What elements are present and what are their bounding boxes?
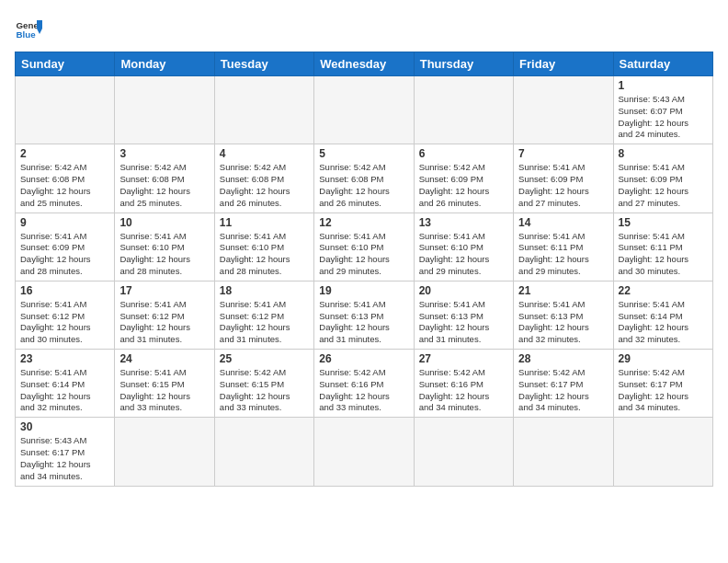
week-row-1: 1Sunrise: 5:43 AM Sunset: 6:07 PM Daylig… [16, 76, 713, 144]
svg-marker-3 [37, 29, 42, 34]
day-number: 30 [20, 420, 109, 433]
weekday-sunday: Sunday [16, 52, 115, 76]
day-info: Sunrise: 5:41 AM Sunset: 6:14 PM Dayligh… [20, 367, 109, 414]
day-number: 2 [20, 147, 109, 160]
day-info: Sunrise: 5:41 AM Sunset: 6:09 PM Dayligh… [518, 162, 608, 209]
day-info: Sunrise: 5:42 AM Sunset: 6:08 PM Dayligh… [319, 162, 408, 209]
day-info: Sunrise: 5:41 AM Sunset: 6:13 PM Dayligh… [419, 299, 508, 346]
calendar-cell: 24Sunrise: 5:41 AM Sunset: 6:15 PM Dayli… [115, 350, 214, 418]
logo-icon: General Blue [15, 15, 42, 42]
calendar-cell [514, 76, 613, 144]
day-number: 8 [619, 147, 708, 160]
calendar-cell: 17Sunrise: 5:41 AM Sunset: 6:12 PM Dayli… [115, 281, 214, 349]
calendar-cell [514, 418, 613, 486]
calendar-cell [214, 418, 313, 486]
day-number: 26 [319, 352, 408, 365]
day-info: Sunrise: 5:42 AM Sunset: 6:17 PM Dayligh… [619, 367, 708, 414]
calendar-cell: 7Sunrise: 5:41 AM Sunset: 6:09 PM Daylig… [514, 144, 613, 213]
day-info: Sunrise: 5:41 AM Sunset: 6:10 PM Dayligh… [220, 231, 309, 278]
day-info: Sunrise: 5:42 AM Sunset: 6:16 PM Dayligh… [419, 367, 508, 414]
day-info: Sunrise: 5:42 AM Sunset: 6:17 PM Dayligh… [518, 367, 608, 414]
calendar-cell: 21Sunrise: 5:41 AM Sunset: 6:13 PM Dayli… [514, 281, 613, 349]
day-number: 27 [419, 352, 508, 365]
day-info: Sunrise: 5:43 AM Sunset: 6:07 PM Dayligh… [619, 94, 708, 141]
calendar-cell: 15Sunrise: 5:41 AM Sunset: 6:11 PM Dayli… [613, 213, 712, 281]
day-info: Sunrise: 5:41 AM Sunset: 6:13 PM Dayligh… [319, 299, 408, 346]
day-number: 25 [220, 352, 309, 365]
weekday-friday: Friday [514, 52, 613, 76]
calendar-cell: 9Sunrise: 5:41 AM Sunset: 6:09 PM Daylig… [16, 213, 115, 281]
calendar-cell: 5Sunrise: 5:42 AM Sunset: 6:08 PM Daylig… [314, 144, 414, 213]
day-number: 19 [319, 284, 408, 297]
day-info: Sunrise: 5:41 AM Sunset: 6:10 PM Dayligh… [119, 231, 209, 278]
week-row-2: 2Sunrise: 5:42 AM Sunset: 6:08 PM Daylig… [16, 144, 713, 213]
calendar-table: SundayMondayTuesdayWednesdayThursdayFrid… [15, 52, 713, 487]
calendar-cell [314, 76, 414, 144]
calendar-cell: 11Sunrise: 5:41 AM Sunset: 6:10 PM Dayli… [214, 213, 313, 281]
day-info: Sunrise: 5:42 AM Sunset: 6:16 PM Dayligh… [319, 367, 408, 414]
day-info: Sunrise: 5:42 AM Sunset: 6:15 PM Dayligh… [220, 367, 309, 414]
svg-marker-2 [37, 20, 42, 29]
day-number: 16 [20, 284, 109, 297]
calendar-cell: 14Sunrise: 5:41 AM Sunset: 6:11 PM Dayli… [514, 213, 613, 281]
calendar-cell: 23Sunrise: 5:41 AM Sunset: 6:14 PM Dayli… [16, 350, 115, 418]
day-info: Sunrise: 5:41 AM Sunset: 6:12 PM Dayligh… [220, 299, 309, 346]
weekday-header-row: SundayMondayTuesdayWednesdayThursdayFrid… [16, 52, 713, 76]
calendar-cell [414, 418, 513, 486]
day-info: Sunrise: 5:41 AM Sunset: 6:09 PM Dayligh… [20, 231, 109, 278]
calendar-cell: 19Sunrise: 5:41 AM Sunset: 6:13 PM Dayli… [314, 281, 414, 349]
calendar-cell: 29Sunrise: 5:42 AM Sunset: 6:17 PM Dayli… [613, 350, 712, 418]
calendar-cell: 13Sunrise: 5:41 AM Sunset: 6:10 PM Dayli… [414, 213, 513, 281]
weekday-tuesday: Tuesday [214, 52, 313, 76]
calendar-cell [314, 418, 414, 486]
day-info: Sunrise: 5:41 AM Sunset: 6:10 PM Dayligh… [319, 231, 408, 278]
day-number: 9 [20, 216, 109, 229]
day-number: 12 [319, 216, 408, 229]
day-number: 13 [419, 216, 508, 229]
day-number: 17 [119, 284, 209, 297]
calendar-cell [115, 76, 214, 144]
day-number: 22 [619, 284, 708, 297]
calendar-cell: 1Sunrise: 5:43 AM Sunset: 6:07 PM Daylig… [613, 76, 712, 144]
week-row-6: 30Sunrise: 5:43 AM Sunset: 6:17 PM Dayli… [16, 418, 713, 486]
day-info: Sunrise: 5:41 AM Sunset: 6:15 PM Dayligh… [119, 367, 209, 414]
day-number: 3 [119, 147, 209, 160]
page: General Blue SundayMondayTuesdayWednesda… [0, 0, 728, 563]
calendar-cell: 26Sunrise: 5:42 AM Sunset: 6:16 PM Dayli… [314, 350, 414, 418]
weekday-wednesday: Wednesday [314, 52, 414, 76]
day-info: Sunrise: 5:42 AM Sunset: 6:09 PM Dayligh… [419, 162, 508, 209]
calendar-cell: 18Sunrise: 5:41 AM Sunset: 6:12 PM Dayli… [214, 281, 313, 349]
calendar-cell: 27Sunrise: 5:42 AM Sunset: 6:16 PM Dayli… [414, 350, 513, 418]
calendar-cell: 3Sunrise: 5:42 AM Sunset: 6:08 PM Daylig… [115, 144, 214, 213]
day-info: Sunrise: 5:42 AM Sunset: 6:08 PM Dayligh… [20, 162, 109, 209]
day-number: 24 [119, 352, 209, 365]
day-number: 18 [220, 284, 309, 297]
calendar-cell: 16Sunrise: 5:41 AM Sunset: 6:12 PM Dayli… [16, 281, 115, 349]
day-info: Sunrise: 5:41 AM Sunset: 6:12 PM Dayligh… [119, 299, 209, 346]
day-info: Sunrise: 5:42 AM Sunset: 6:08 PM Dayligh… [119, 162, 209, 209]
weekday-monday: Monday [115, 52, 214, 76]
calendar-cell: 8Sunrise: 5:41 AM Sunset: 6:09 PM Daylig… [613, 144, 712, 213]
day-info: Sunrise: 5:41 AM Sunset: 6:11 PM Dayligh… [619, 231, 708, 278]
week-row-4: 16Sunrise: 5:41 AM Sunset: 6:12 PM Dayli… [16, 281, 713, 349]
day-number: 4 [220, 147, 309, 160]
day-number: 15 [619, 216, 708, 229]
calendar-cell: 25Sunrise: 5:42 AM Sunset: 6:15 PM Dayli… [214, 350, 313, 418]
calendar-cell [214, 76, 313, 144]
calendar-cell [115, 418, 214, 486]
day-info: Sunrise: 5:41 AM Sunset: 6:12 PM Dayligh… [20, 299, 109, 346]
day-info: Sunrise: 5:41 AM Sunset: 6:13 PM Dayligh… [518, 299, 608, 346]
day-number: 1 [619, 79, 708, 92]
calendar-cell: 6Sunrise: 5:42 AM Sunset: 6:09 PM Daylig… [414, 144, 513, 213]
calendar-cell [414, 76, 513, 144]
calendar-cell: 20Sunrise: 5:41 AM Sunset: 6:13 PM Dayli… [414, 281, 513, 349]
day-info: Sunrise: 5:41 AM Sunset: 6:14 PM Dayligh… [619, 299, 708, 346]
day-number: 23 [20, 352, 109, 365]
day-number: 10 [119, 216, 209, 229]
day-number: 29 [619, 352, 708, 365]
day-info: Sunrise: 5:41 AM Sunset: 6:09 PM Dayligh… [619, 162, 708, 209]
calendar-cell: 22Sunrise: 5:41 AM Sunset: 6:14 PM Dayli… [613, 281, 712, 349]
logo: General Blue [15, 15, 46, 42]
day-number: 11 [220, 216, 309, 229]
week-row-3: 9Sunrise: 5:41 AM Sunset: 6:09 PM Daylig… [16, 213, 713, 281]
